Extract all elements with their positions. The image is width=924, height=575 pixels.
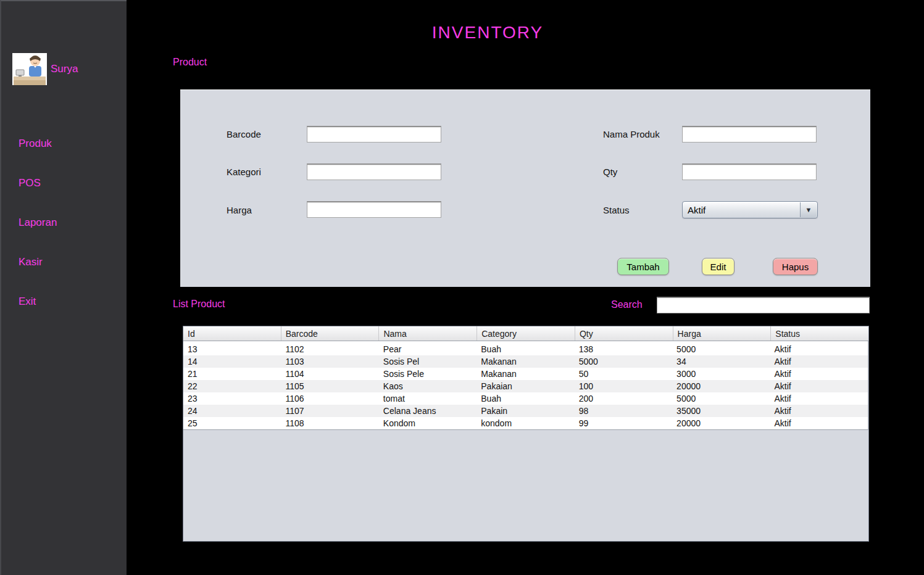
- search-input[interactable]: [657, 297, 870, 313]
- sidebar-item-exit[interactable]: Exit: [19, 296, 36, 308]
- table-cell: 20000: [672, 417, 770, 429]
- status-dropdown-button[interactable]: ▼: [800, 202, 817, 217]
- table-cell: 20000: [672, 380, 770, 392]
- table-cell: Buah: [477, 343, 574, 355]
- page-title: INVENTORY: [127, 23, 849, 43]
- table-cell: 1102: [281, 343, 378, 355]
- table-cell: 98: [575, 405, 672, 417]
- table-row[interactable]: 221105KaosPakaian10020000Aktif: [183, 380, 868, 392]
- table-cell: Makanan: [477, 355, 574, 368]
- table-cell: 1105: [281, 380, 378, 392]
- table-row[interactable]: 211104Sosis PeleMakanan503000Aktif: [183, 368, 868, 380]
- list-product-label: List Product: [173, 299, 225, 310]
- table-cell: Celana Jeans: [379, 405, 477, 417]
- column-header-category[interactable]: Category: [477, 326, 575, 341]
- sidebar-item-kasir[interactable]: Kasir: [19, 256, 43, 268]
- app-window: Surya Produk POS Laporan Kasir Exit INVE…: [0, 0, 924, 575]
- table-row[interactable]: 251108Kondomkondom9920000Aktif: [183, 417, 868, 429]
- table-cell: 100: [575, 380, 672, 392]
- nama-produk-label: Nama Produk: [603, 129, 660, 139]
- kategori-input[interactable]: [307, 163, 441, 180]
- table-cell: Pakaian: [477, 380, 574, 392]
- table-row[interactable]: 231106tomatBuah2005000Aktif: [183, 392, 868, 405]
- cashier-avatar-icon: [12, 53, 47, 85]
- table-cell: 21: [183, 368, 281, 380]
- table-cell: Aktif: [770, 343, 868, 355]
- column-header-status[interactable]: Status: [771, 326, 868, 341]
- table-cell: 1108: [281, 417, 378, 429]
- table-cell: Aktif: [770, 392, 868, 405]
- table-cell: Aktif: [770, 368, 868, 380]
- table-cell: 22: [183, 380, 281, 392]
- nama-produk-input[interactable]: [682, 126, 817, 143]
- tambah-button[interactable]: Tambah: [617, 258, 669, 275]
- harga-input[interactable]: [307, 201, 441, 218]
- table-cell: 99: [575, 417, 672, 429]
- table-cell: 34: [672, 355, 770, 368]
- product-section-label: Product: [173, 57, 207, 68]
- table-cell: 5000: [672, 343, 770, 355]
- table-cell: tomat: [379, 392, 477, 405]
- table-cell: Makanan: [477, 368, 574, 380]
- sidebar: Surya Produk POS Laporan Kasir Exit: [0, 0, 127, 575]
- search-label: Search: [611, 299, 643, 310]
- column-header-qty[interactable]: Qty: [575, 326, 673, 341]
- table-cell: Sosis Pel: [379, 355, 477, 368]
- table-cell: 5000: [672, 392, 770, 405]
- chevron-down-icon: ▼: [805, 207, 812, 213]
- table-cell: 1104: [281, 368, 378, 380]
- table-cell: 5000: [575, 355, 672, 368]
- barcode-label: Barcode: [227, 129, 261, 139]
- column-header-harga[interactable]: Harga: [673, 326, 772, 341]
- table-cell: Aktif: [770, 380, 868, 392]
- username: Surya: [51, 63, 78, 75]
- table-cell: Aktif: [770, 405, 868, 417]
- harga-label: Harga: [227, 205, 252, 215]
- table-cell: Kaos: [379, 380, 477, 392]
- table-cell: 200: [575, 392, 672, 405]
- table-header-row: IdBarcodeNamaCategoryQtyHargaStatus: [183, 326, 868, 341]
- table-cell: 50: [575, 368, 672, 380]
- table-row[interactable]: 241107Celana JeansPakain9835000Aktif: [183, 405, 868, 417]
- barcode-input[interactable]: [307, 126, 441, 143]
- status-label: Status: [603, 205, 630, 215]
- qty-label: Qty: [603, 167, 617, 177]
- table-cell: 14: [183, 355, 281, 368]
- table-cell: Sosis Pele: [379, 368, 477, 380]
- product-form-panel: Barcode Kategori Harga Nama Produk Qty S…: [180, 89, 870, 287]
- status-select[interactable]: Aktif ▼: [682, 201, 818, 218]
- table-cell: 23: [183, 392, 281, 405]
- table-cell: Pear: [379, 343, 477, 355]
- table-cell: 1107: [281, 405, 378, 417]
- status-selected-value: Aktif: [688, 205, 705, 215]
- table-row[interactable]: 131102PearBuah1385000Aktif: [183, 343, 868, 355]
- product-table: IdBarcodeNamaCategoryQtyHargaStatus 1311…: [183, 326, 869, 542]
- sidebar-item-pos[interactable]: POS: [19, 177, 41, 189]
- table-row[interactable]: 141103Sosis PelMakanan500034Aktif: [183, 355, 868, 368]
- table-cell: 13: [183, 343, 281, 355]
- table-cell: 24: [183, 405, 281, 417]
- table-cell: kondom: [477, 417, 574, 429]
- qty-input[interactable]: [682, 163, 817, 180]
- table-cell: 1106: [281, 392, 378, 405]
- table-cell: 1103: [281, 355, 378, 368]
- table-cell: Aktif: [770, 355, 868, 368]
- column-header-nama[interactable]: Nama: [379, 326, 477, 341]
- kategori-label: Kategori: [227, 167, 261, 177]
- table-cell: Pakain: [477, 405, 574, 417]
- sidebar-item-laporan[interactable]: Laporan: [19, 217, 57, 229]
- table-cell: Buah: [477, 392, 574, 405]
- hapus-button[interactable]: Hapus: [773, 258, 818, 275]
- table-body: 131102PearBuah1385000Aktif141103Sosis Pe…: [183, 341, 868, 430]
- table-cell: Aktif: [770, 417, 868, 429]
- column-header-id[interactable]: Id: [183, 326, 281, 341]
- column-header-barcode[interactable]: Barcode: [281, 326, 380, 341]
- table-cell: 138: [575, 343, 672, 355]
- sidebar-item-produk[interactable]: Produk: [19, 138, 52, 150]
- table-cell: Kondom: [379, 417, 477, 429]
- table-cell: 25: [183, 417, 281, 429]
- table-cell: 3000: [672, 368, 770, 380]
- table-cell: 35000: [672, 405, 770, 417]
- edit-button[interactable]: Edit: [702, 258, 735, 275]
